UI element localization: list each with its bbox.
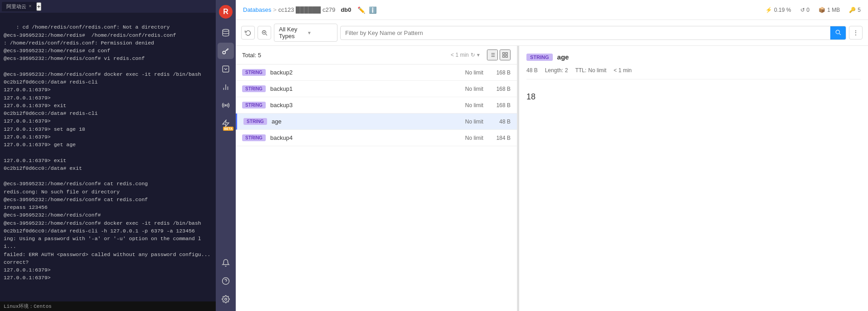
info-icon[interactable]: ℹ️ <box>369 6 377 14</box>
keys-value: 5 <box>858 7 861 13</box>
table-row[interactable]: STRING backup2 No limit 168 B <box>236 64 517 81</box>
breadcrumb-separator: > <box>273 6 277 13</box>
key-ttl: No limit <box>456 135 483 141</box>
memory-stat: 📦 1 MB <box>818 7 840 13</box>
table-row[interactable]: STRING age No limit 48 B <box>236 114 517 130</box>
detail-time-value: < 1 min <box>614 67 632 74</box>
connections-value: 0 <box>807 7 810 13</box>
refresh-area: < 1 min ↻ ▾ <box>451 52 480 58</box>
key-type-badge: STRING <box>242 134 266 141</box>
terminal-content[interactable]: : cd /home/redis/conf/redis.conf: Not a … <box>0 13 216 301</box>
content-area: Total: 5 < 1 min ↻ ▾ <box>236 46 868 311</box>
connections-icon: ↺ <box>800 7 805 13</box>
cpu-value: 0.19 % <box>774 7 791 13</box>
edit-icon[interactable]: ✏️ <box>357 6 365 14</box>
search-input-wrap <box>340 26 846 40</box>
keys-icon: 🔑 <box>849 7 856 13</box>
sidebar-item-analytics[interactable] <box>218 79 234 95</box>
search-input[interactable] <box>341 27 830 39</box>
detail-size: 48 B <box>526 67 538 74</box>
terminal-panel: 阿里动云 × + : cd /home/redis/conf/redis.con… <box>0 0 216 311</box>
table-row[interactable]: STRING backup4 No limit 184 B <box>236 130 517 146</box>
key-list-header: Total: 5 < 1 min ↻ ▾ <box>236 46 517 64</box>
svg-rect-26 <box>506 53 507 54</box>
svg-point-12 <box>225 298 227 301</box>
detail-type-badge: STRING <box>526 54 553 61</box>
detail-value: 18 <box>526 87 861 107</box>
sidebar: R BETA <box>216 0 236 311</box>
sidebar-item-console[interactable] <box>218 61 234 77</box>
detail-refresh-time: < 1 min <box>614 67 632 74</box>
app-logo: R <box>218 4 234 20</box>
key-size: 168 B <box>488 102 511 109</box>
detail-length-label: Length: <box>545 67 563 74</box>
terminal-tab-bar: 阿里动云 × + <box>0 0 216 13</box>
key-ttl: No limit <box>456 102 483 109</box>
terminal-status-bar: Linux环境：Centos <box>0 301 216 311</box>
refresh-button[interactable] <box>241 26 255 39</box>
keys-stat: 🔑 5 <box>849 7 861 13</box>
more-options-button[interactable]: ⋮ <box>849 26 863 39</box>
connections-stat: ↺ 0 <box>800 7 810 13</box>
memory-value: 1 MB <box>827 7 840 13</box>
detail-panel: STRING age 48 B Length: 2 TTL: No limit … <box>519 46 868 311</box>
terminal-tab-label: 阿里动云 <box>6 3 26 10</box>
key-type-badge: STRING <box>243 118 267 125</box>
caret-down-icon[interactable]: ▾ <box>477 52 480 58</box>
detail-ttl-value: No limit <box>588 67 606 74</box>
terminal-new-tab-button[interactable]: + <box>36 2 42 11</box>
sidebar-item-keys[interactable] <box>218 43 234 59</box>
svg-rect-4 <box>223 66 229 72</box>
svg-rect-28 <box>506 55 507 57</box>
memory-icon: 📦 <box>818 7 825 13</box>
table-row[interactable]: STRING backup3 No limit 168 B <box>236 97 517 114</box>
key-name: age <box>272 118 451 125</box>
db-name: db0 <box>341 6 351 13</box>
refresh-time: < 1 min <box>451 52 469 58</box>
key-ttl: No limit <box>456 118 483 125</box>
key-type-dropdown[interactable]: All Key Types ▼ <box>274 24 337 42</box>
sidebar-item-pubsub[interactable] <box>218 97 234 114</box>
svg-line-18 <box>839 33 841 35</box>
cpu-stat: ⚡ 0.19 % <box>765 7 791 13</box>
refresh-icon[interactable]: ↻ <box>471 52 475 58</box>
key-size: 168 B <box>488 69 511 76</box>
terminal-text: : cd /home/redis/conf/redis.conf: Not a … <box>4 24 210 281</box>
svg-rect-25 <box>503 53 505 54</box>
key-type-badge: STRING <box>242 102 266 109</box>
key-name: backup3 <box>270 102 451 109</box>
sidebar-item-bell[interactable] <box>218 255 234 271</box>
search-button[interactable] <box>830 26 846 39</box>
key-name: backup4 <box>270 134 451 141</box>
key-name: backup1 <box>270 85 451 92</box>
terminal-tab-close[interactable]: × <box>29 4 32 9</box>
key-type-badge: STRING <box>242 69 266 76</box>
breadcrumb-databases-link[interactable]: Databases <box>243 6 271 13</box>
sidebar-item-settings[interactable] <box>218 291 234 307</box>
detail-ttl: TTL: No limit <box>575 67 606 74</box>
add-key-button[interactable] <box>258 26 271 39</box>
list-view-button[interactable] <box>487 49 498 60</box>
header: Databases > cc123 ██████ c279 db0 ✏️ ℹ️ … <box>236 0 868 20</box>
sidebar-item-database[interactable] <box>218 25 234 41</box>
svg-rect-27 <box>503 55 505 57</box>
sidebar-item-beta[interactable]: BETA <box>218 115 234 132</box>
svg-marker-9 <box>223 120 229 127</box>
key-list-items: STRING backup2 No limit 168 B STRING bac… <box>236 64 517 311</box>
key-size: 48 B <box>488 118 511 125</box>
svg-point-3 <box>223 51 225 54</box>
svg-point-17 <box>836 30 839 34</box>
header-stats: ⚡ 0.19 % ↺ 0 📦 1 MB 🔑 5 <box>765 7 861 13</box>
detail-length: Length: 2 <box>545 67 568 74</box>
table-row[interactable]: STRING backup1 No limit 168 B <box>236 81 517 97</box>
grid-view-button[interactable] <box>500 49 511 60</box>
svg-text:R: R <box>223 8 228 15</box>
breadcrumb: Databases > cc123 ██████ c279 <box>243 6 335 13</box>
svg-line-14 <box>266 34 267 35</box>
detail-ttl-label: TTL: <box>575 67 586 74</box>
sidebar-item-help[interactable] <box>218 273 234 289</box>
toolbar: All Key Types ▼ ⋮ <box>236 20 868 46</box>
detail-meta: 48 B Length: 2 TTL: No limit < 1 min <box>526 67 861 79</box>
svg-point-2 <box>223 30 229 32</box>
terminal-tab[interactable]: 阿里动云 × <box>2 2 36 11</box>
